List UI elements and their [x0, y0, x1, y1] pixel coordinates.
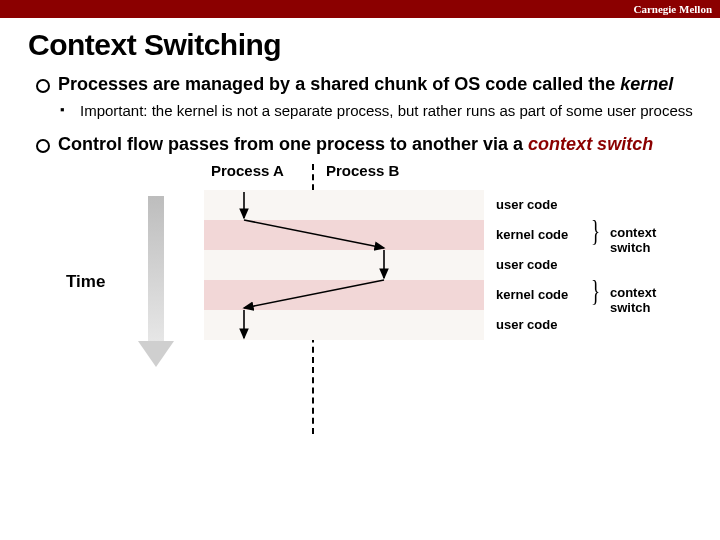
subbullet-kernel-note: Important: the kernel is not a separate …: [36, 102, 696, 121]
switch-label-2: context switch: [610, 285, 696, 315]
process-a-label: Process A: [211, 162, 284, 179]
process-b-label: Process B: [326, 162, 399, 179]
label-kernel-2: kernel code: [496, 280, 568, 310]
bullet-cs-text: Control flow passes from one process to …: [58, 134, 528, 154]
brace-icon-1: }: [591, 214, 600, 247]
time-label: Time: [66, 272, 105, 292]
slide-body: Processes are managed by a shared chunk …: [36, 74, 696, 442]
label-user-1: user code: [496, 190, 568, 220]
svg-line-3: [244, 280, 384, 308]
svg-line-1: [244, 220, 384, 248]
label-kernel-1: kernel code: [496, 220, 568, 250]
time-arrow: [148, 196, 174, 367]
switch-label-1: context switch: [610, 225, 696, 255]
bullet-context-switch: Control flow passes from one process to …: [36, 134, 696, 156]
brand-bar: Carnegie Mellon: [0, 0, 720, 18]
brand-text: Carnegie Mellon: [633, 3, 712, 15]
slide-title: Context Switching: [28, 28, 720, 62]
band-labels: user code kernel code user code kernel c…: [496, 190, 568, 340]
bullet-kernel-text: Processes are managed by a shared chunk …: [58, 74, 620, 94]
label-user-2: user code: [496, 250, 568, 280]
control-flow-arrows: [204, 190, 484, 355]
context-switch-word: context switch: [528, 134, 653, 154]
bullet-kernel: Processes are managed by a shared chunk …: [36, 74, 696, 96]
kernel-word: kernel: [620, 74, 673, 94]
context-switch-diagram: Process A Process B Time user code kerne…: [36, 162, 696, 442]
brace-icon-2: }: [591, 274, 600, 307]
label-user-3: user code: [496, 310, 568, 340]
